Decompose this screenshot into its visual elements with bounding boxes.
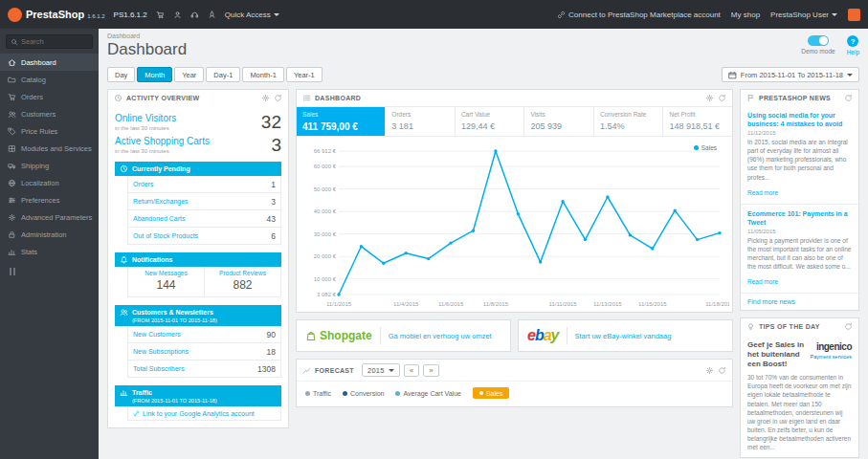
clock-icon	[114, 94, 122, 102]
refresh-icon[interactable]	[718, 366, 726, 375]
prestashop-logo[interactable]: PrestaShop 1.6.1.2	[8, 8, 105, 22]
list-icon	[302, 94, 311, 102]
shopgate-link[interactable]: Ga mobiel en verhoog uw omzet	[389, 332, 492, 340]
quick-access-menu[interactable]: Quick Access	[225, 11, 279, 19]
forecast-metric-average-cart-value[interactable]: Average Cart Value	[395, 390, 460, 397]
shopgate-ad[interactable]: Shopgate Ga mobiel en verhoog uw omzet	[296, 319, 511, 352]
kpi-cart-value[interactable]: Cart Value129,44 €	[456, 107, 525, 136]
marketplace-connect-link[interactable]: Connect to PrestaShop Marketplace accoun…	[557, 11, 721, 19]
kpi-orders[interactable]: Orders3 181	[386, 107, 456, 136]
filter-day-button[interactable]: Day	[107, 67, 135, 82]
forecast-metric-conversion[interactable]: Conversion	[343, 390, 384, 397]
filter-month-button[interactable]: Month	[137, 67, 172, 82]
new-messages-stat[interactable]: New Messages 144	[128, 267, 204, 296]
product-reviews-stat[interactable]: Product Reviews 882	[204, 267, 280, 296]
gear-icon[interactable]	[705, 94, 714, 102]
new-customers-row[interactable]: New Customers90	[128, 326, 280, 342]
date-filter-bar: Day Month Year Day-1 Month-1 Year-1 From…	[99, 59, 868, 89]
sidebar-item-administration[interactable]: Administration	[0, 226, 99, 243]
cart-icon[interactable]	[156, 11, 165, 19]
filter-year-1-button[interactable]: Year-1	[286, 67, 323, 82]
my-shop-link[interactable]: My shop	[731, 11, 760, 19]
module-ads: Shopgate Ga mobiel en verhoog uw omzet e…	[296, 319, 733, 352]
sidebar-item-dashboard[interactable]: Dashboard	[0, 54, 99, 71]
dashboard-panel: DASHBOARD Sales411 759,00 € Orders3 181 …	[296, 89, 733, 313]
refresh-icon[interactable]	[718, 94, 726, 102]
kpi-conversion-rate[interactable]: Conversion Rate1.54%	[594, 107, 664, 136]
sidebar-item-shipping[interactable]: Shipping	[0, 157, 99, 174]
sidebar-item-preferences[interactable]: Preferences	[0, 191, 99, 208]
sidebar: Dashboard Catalog Orders Customers Price…	[0, 29, 99, 459]
question-icon: ?	[847, 35, 858, 47]
filter-day-1-button[interactable]: Day-1	[206, 67, 240, 82]
user-avatar[interactable]	[848, 9, 860, 21]
svg-text:11/8/2015: 11/8/2015	[483, 301, 509, 307]
sidebar-item-customers[interactable]: Customers	[0, 105, 99, 122]
out-of-stock-row[interactable]: Out of Stock Products6	[128, 227, 280, 244]
brand-name: PrestaShop 1.6.1.2	[26, 9, 105, 20]
sidebar-item-advanced-parameters[interactable]: Advanced Parameters	[0, 208, 99, 226]
new-subscriptions-row[interactable]: New Subscriptions18	[128, 342, 280, 360]
kpi-sales[interactable]: Sales411 759,00 €	[297, 107, 386, 136]
kpi-net-profit[interactable]: Net Profit148 918,51 €	[663, 107, 732, 136]
demo-mode-toggle[interactable]: Demo mode	[801, 35, 835, 59]
toggle-icon[interactable]	[808, 35, 829, 46]
kpi-visits[interactable]: Visits205 939	[524, 107, 594, 136]
home-icon	[8, 58, 16, 67]
filter-month-1-button[interactable]: Month-1	[242, 67, 284, 82]
sidebar-collapse-button[interactable]	[0, 260, 99, 283]
forecast-metric-traffic[interactable]: Traffic	[305, 390, 331, 397]
refresh-icon[interactable]	[274, 94, 282, 102]
chart-legend: Sales	[694, 144, 717, 151]
ebay-ad[interactable]: ebay Start uw eBay-winkel vandaag	[518, 319, 733, 352]
svg-text:3 082 €: 3 082 €	[317, 292, 337, 297]
sidebar-item-label: Modules and Services	[21, 144, 92, 153]
forecast-next-button[interactable]: »	[423, 364, 438, 377]
read-more-link[interactable]: Read more	[747, 278, 778, 285]
news-headline-link[interactable]: Ecommerce 101: Payments in a Tweet	[747, 209, 852, 227]
support-icon[interactable]	[190, 11, 199, 19]
refresh-icon[interactable]	[844, 94, 853, 102]
folder-icon	[8, 76, 16, 84]
sidebar-item-label: Shipping	[21, 162, 49, 170]
search-input[interactable]	[21, 37, 84, 46]
pending-returns-row[interactable]: Return/Exchanges3	[128, 192, 280, 209]
filter-year-button[interactable]: Year	[174, 67, 204, 82]
forecast-prev-button[interactable]: «	[404, 364, 419, 377]
sidebar-item-label: Customers	[21, 110, 56, 119]
sidebar-item-localization[interactable]: Localization	[0, 174, 99, 191]
read-more-link[interactable]: Read more	[747, 189, 778, 196]
total-subscribers-row[interactable]: Total Subscribers1308	[128, 360, 280, 377]
find-more-news-link[interactable]: Find more news	[741, 294, 858, 310]
ebay-link[interactable]: Start uw eBay-winkel vandaag	[575, 332, 672, 340]
rocket-icon[interactable]	[208, 11, 216, 19]
gear-icon[interactable]	[705, 366, 714, 375]
sidebar-item-orders[interactable]: Orders	[0, 88, 99, 105]
forecast-metric-sales[interactable]: Sales	[473, 387, 510, 399]
sidebar-item-stats[interactable]: Stats	[0, 243, 99, 260]
online-visitors-value: 32	[261, 113, 281, 131]
person-icon[interactable]	[173, 11, 182, 19]
ebay-logo: ebay	[527, 327, 559, 344]
sidebar-item-catalog[interactable]: Catalog	[0, 71, 99, 88]
line-chart-icon	[302, 366, 311, 375]
pending-orders-row[interactable]: Orders1	[128, 176, 280, 192]
google-analytics-link[interactable]: Link to your Google Analytics account	[128, 406, 280, 420]
date-range-picker[interactable]: From 2015-11-01 To 2015-11-18	[722, 67, 859, 82]
svg-text:11/1/2015: 11/1/2015	[326, 301, 352, 307]
gear-icon[interactable]	[261, 94, 270, 102]
forecast-year-select[interactable]: 2015	[362, 363, 400, 377]
help-button[interactable]: ? Help	[847, 35, 859, 59]
news-item: Ecommerce 101: Payments in a Tweet 11/05…	[741, 205, 858, 295]
user-menu[interactable]: PrestaShop User	[770, 11, 837, 19]
sidebar-item-modules[interactable]: Modules and Services	[0, 140, 99, 157]
news-headline-link[interactable]: Using social media for your business: 4 …	[747, 111, 852, 128]
svg-text:60 000 €: 60 000 €	[314, 164, 337, 169]
panel-title: DASHBOARD	[315, 95, 361, 101]
brand-version: 1.6.1.2	[87, 13, 104, 19]
currently-pending-header: Currently Pending	[115, 162, 281, 176]
refresh-icon[interactable]	[844, 322, 853, 331]
sidebar-item-price-rules[interactable]: Price Rules	[0, 122, 99, 140]
caret-down-icon	[389, 369, 394, 372]
abandoned-carts-row[interactable]: Abandoned Carts43	[128, 209, 280, 227]
